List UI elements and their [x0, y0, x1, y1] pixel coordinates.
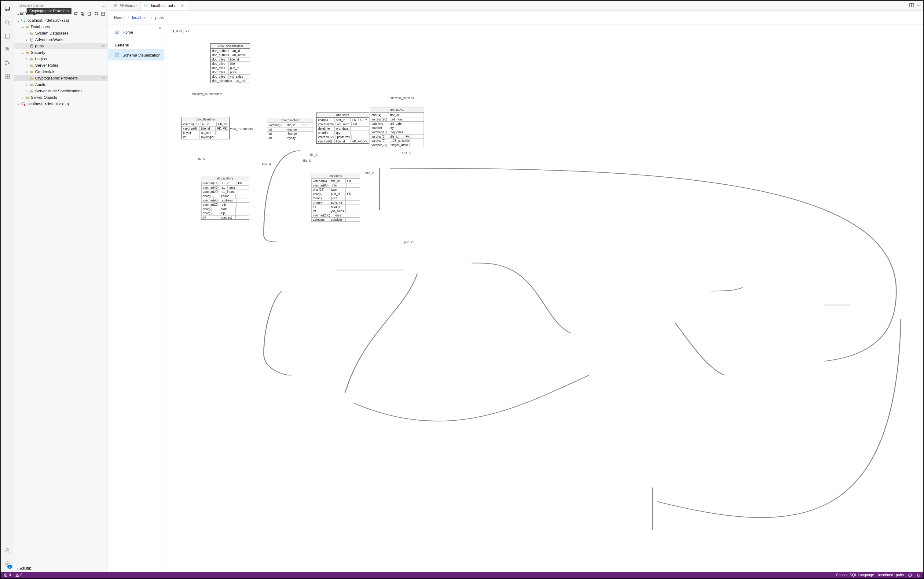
- caret-right-icon: ›: [20, 95, 25, 100]
- schema-canvas[interactable]: EXPORT: [164, 25, 923, 572]
- tree-sas[interactable]: › Server Audit Specifications: [15, 88, 108, 94]
- table-cell: tinyint: [181, 131, 199, 135]
- nav-home[interactable]: Home: [108, 27, 164, 37]
- svg-rect-16: [82, 13, 84, 15]
- table-row: char(4)stor_id: [370, 113, 424, 117]
- tree-audits[interactable]: › Audits: [15, 81, 108, 88]
- refresh-icon[interactable]: ⟳: [102, 44, 105, 48]
- toolbar-new-group[interactable]: [80, 11, 86, 16]
- activity-notebooks[interactable]: [1, 29, 14, 43]
- table-cell: varchar(23): [370, 143, 389, 147]
- table-titleview[interactable]: View: dbo.titleviewdbo_authorsau_iddbo_a…: [210, 43, 250, 83]
- table-cell: dbo_titles: [211, 75, 229, 79]
- table-row: intytd_sales: [311, 209, 360, 213]
- table-sales[interactable]: dbo.saleschar(4)stor_idFK, FK, PKvarchar…: [316, 113, 369, 144]
- tree-pubs[interactable]: › pubs ⟳: [15, 43, 108, 49]
- status-feedback-icon[interactable]: [908, 573, 912, 577]
- collapse-nav-icon[interactable]: «: [159, 26, 161, 30]
- table-sales2[interactable]: dbo.sales2char(4)stor_idvarchar(20)ord_n…: [370, 108, 424, 147]
- table-cell: ytd_sales: [229, 75, 245, 79]
- table-cell: stor_id: [335, 118, 351, 122]
- table-row: inthirange: [267, 131, 313, 136]
- toolbar-new-query[interactable]: [87, 11, 92, 16]
- section-azure[interactable]: › AZURE: [15, 565, 108, 572]
- svg-rect-2: [6, 34, 10, 39]
- table-cell: PK: [237, 181, 248, 185]
- table-cell: stor_id: [388, 113, 404, 117]
- tree-databases[interactable]: ⌄ Databases: [15, 23, 108, 30]
- activity-explorer[interactable]: [1, 43, 14, 56]
- folder-icon: [25, 51, 30, 55]
- table-cell: [235, 207, 247, 211]
- refresh-icon[interactable]: ⟳: [102, 76, 105, 80]
- status-bell-icon[interactable]: [916, 573, 920, 577]
- more-actions-icon[interactable]: ···: [917, 3, 920, 8]
- tree-credentials[interactable]: › Credentials: [15, 69, 108, 75]
- tree-sysdb[interactable]: › System Databases: [15, 30, 108, 36]
- table-cell: int: [311, 209, 330, 213]
- svg-rect-29: [145, 4, 148, 7]
- tree-security[interactable]: ⌄ Security: [15, 49, 108, 56]
- svg-point-1: [5, 21, 9, 24]
- tree-crypto-providers[interactable]: › Cryptographic Providers ⟳: [15, 75, 108, 81]
- table-cell: varchar(40): [201, 198, 220, 202]
- table-cell: [235, 216, 247, 219]
- tree-adventureworks[interactable]: › AdventureWorks: [15, 36, 108, 43]
- tree-label: Server Roles: [34, 63, 58, 67]
- activity-account[interactable]: [1, 543, 14, 557]
- table-title: dbo.sales2: [370, 108, 424, 113]
- table-authors[interactable]: dbo.authorsvarchar(11)au_idPKvarchar(40)…: [201, 176, 249, 220]
- status-language[interactable]: Choose SQL Language: [836, 573, 874, 577]
- home-icon: [114, 29, 119, 34]
- close-icon[interactable]: ✕: [181, 3, 184, 8]
- activity-search[interactable]: [1, 16, 14, 29]
- svg-point-7: [8, 62, 10, 64]
- tab-welcome[interactable]: Welcome: [108, 1, 140, 10]
- tree-server-2[interactable]: › localhost, <default> (sa): [15, 101, 108, 107]
- tree-server-1[interactable]: ⌄ localhost, <default> (sa): [15, 17, 108, 23]
- toolbar-new-connection[interactable]: [73, 11, 79, 16]
- caret-down-icon: ⌄: [16, 11, 20, 16]
- nav-schema-visualization[interactable]: Schema Visualization: [108, 49, 164, 61]
- table-cell: royalty: [330, 205, 346, 209]
- table-cell: [346, 201, 357, 204]
- panel-more-icon[interactable]: ···: [102, 4, 105, 8]
- crumb-localhost[interactable]: localhost: [132, 15, 148, 20]
- status-errors[interactable]: 0: [4, 573, 11, 577]
- tree-server-objects[interactable]: › Server Objects: [15, 94, 108, 101]
- activity-extensions[interactable]: [1, 70, 14, 83]
- toolbar-server-groups[interactable]: [93, 11, 99, 16]
- svg-rect-0: [5, 7, 10, 10]
- caret-right-icon: ›: [16, 101, 20, 106]
- table-titleauthor[interactable]: dbo.titleauthorvarchar(11)au_idFK, PKvar…: [181, 117, 230, 139]
- table-cell: dbo_authors: [211, 53, 231, 57]
- table-cell: title_id: [199, 127, 216, 131]
- table-cell: char(4): [370, 113, 388, 117]
- caret-right-icon: ›: [25, 76, 29, 80]
- status-connection[interactable]: localhost : pubs: [878, 573, 904, 577]
- table-titles[interactable]: dbo.titlesvarchar(6)title_idPKvarchar(80…: [311, 173, 360, 222]
- tree-label: localhost, <default> (sa): [26, 18, 69, 23]
- table-cell: ord_num: [389, 118, 405, 121]
- activity-connections[interactable]: [1, 2, 14, 16]
- table-title: dbo.roysched: [267, 118, 313, 123]
- table-cell: FK, PK: [217, 122, 230, 126]
- table-cell: varchar(20): [201, 190, 220, 194]
- svg-rect-11: [8, 74, 10, 76]
- toolbar-collapse[interactable]: [100, 11, 106, 16]
- activity-settings[interactable]: 1: [1, 557, 14, 571]
- table-cell: char(4): [317, 118, 335, 122]
- tree-logins[interactable]: › Logins: [15, 56, 108, 62]
- split-editor-icon[interactable]: [909, 3, 914, 8]
- activity-source-control[interactable]: [1, 56, 14, 70]
- status-warnings[interactable]: 0: [15, 573, 23, 577]
- tree-server-roles[interactable]: › Server Roles: [15, 62, 108, 69]
- table-row: dbo_authorsau_lname: [211, 53, 250, 57]
- crumb-home[interactable]: Home: [114, 15, 125, 20]
- caret-down-icon: ⌄: [20, 50, 25, 55]
- schema-icon: [114, 52, 119, 57]
- tab-localhost-pubs[interactable]: localhost:pubs ✕: [140, 1, 188, 10]
- table-roysched[interactable]: dbo.royschedvarchar(6)title_idFKintloran…: [267, 118, 313, 140]
- table-cell: FK, FK, PK: [351, 139, 369, 143]
- table-title: dbo.sales: [317, 113, 369, 118]
